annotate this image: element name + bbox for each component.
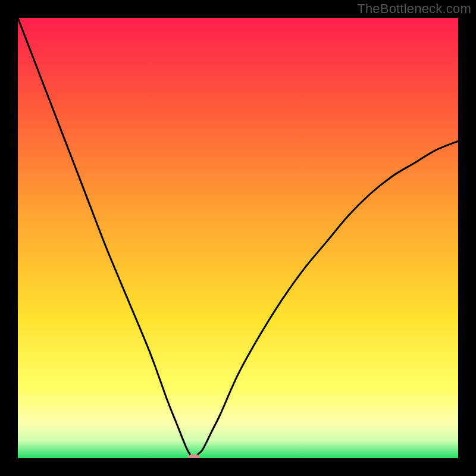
optimal-marker <box>188 455 200 458</box>
watermark-label: TheBottleneck.com <box>357 1 471 17</box>
gradient-background <box>18 18 458 458</box>
plot-area <box>18 18 458 458</box>
chart-svg <box>18 18 458 458</box>
chart-frame: TheBottleneck.com <box>0 0 476 476</box>
